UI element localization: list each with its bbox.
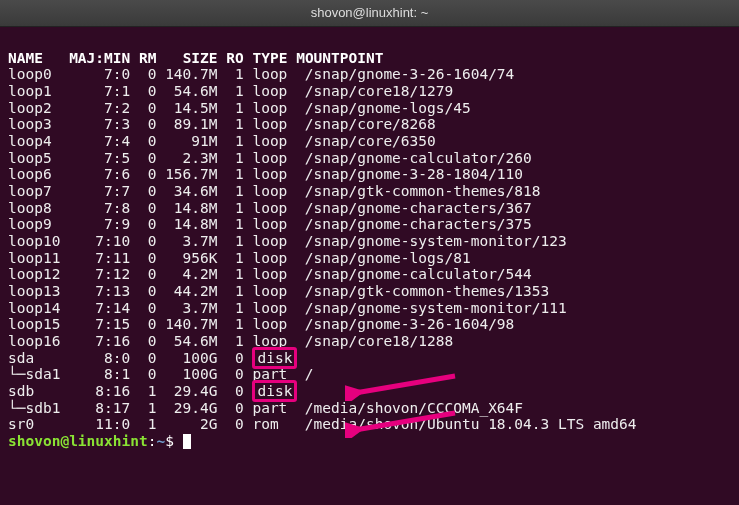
window-titlebar: shovon@linuxhint: ~	[0, 0, 739, 27]
table-row: loop11 7:11 0 956K 1 loop /snap/gnome-lo…	[8, 250, 471, 266]
table-row: loop4 7:4 0 91M 1 loop /snap/core/6350	[8, 133, 436, 149]
table-row: loop6 7:6 0 156.7M 1 loop /snap/gnome-3-…	[8, 166, 523, 182]
prompt-path: ~	[156, 433, 165, 449]
table-row: loop1 7:1 0 54.6M 1 loop /snap/core18/12…	[8, 83, 453, 99]
table-row: loop12 7:12 0 4.2M 1 loop /snap/gnome-ca…	[8, 266, 532, 282]
table-row: loop0 7:0 0 140.7M 1 loop /snap/gnome-3-…	[8, 66, 514, 82]
window-title: shovon@linuxhint: ~	[311, 6, 429, 21]
table-row: loop2 7:2 0 14.5M 1 loop /snap/gnome-log…	[8, 100, 471, 116]
cursor-icon	[183, 434, 191, 449]
table-row: loop9 7:9 0 14.8M 1 loop /snap/gnome-cha…	[8, 216, 532, 232]
terminal-output[interactable]: NAME MAJ:MIN RM SIZE RO TYPE MOUNTPOINT …	[0, 27, 739, 456]
prompt-user: shovon	[8, 433, 60, 449]
table-row: sr0 11:0 1 2G 0 rom /media/shovon/Ubuntu…	[8, 416, 637, 432]
table-row: loop7 7:7 0 34.6M 1 loop /snap/gtk-commo…	[8, 183, 541, 199]
table-row: └─sdb1 8:17 1 29.4G 0 part /media/shovon…	[8, 400, 523, 416]
table-row: loop5 7:5 0 2.3M 1 loop /snap/gnome-calc…	[8, 150, 532, 166]
column-headers: NAME MAJ:MIN RM SIZE RO TYPE MOUNTPOINT	[8, 50, 383, 66]
table-row: loop8 7:8 0 14.8M 1 loop /snap/gnome-cha…	[8, 200, 532, 216]
table-row: loop3 7:3 0 89.1M 1 loop /snap/core/8268	[8, 116, 436, 132]
table-row: loop10 7:10 0 3.7M 1 loop /snap/gnome-sy…	[8, 233, 567, 249]
prompt-host: linuxhint	[69, 433, 148, 449]
table-row: loop15 7:15 0 140.7M 1 loop /snap/gnome-…	[8, 316, 514, 332]
table-row: loop16 7:16 0 54.6M 1 loop /snap/core18/…	[8, 333, 453, 349]
table-row: loop14 7:14 0 3.7M 1 loop /snap/gnome-sy…	[8, 300, 567, 316]
table-row: loop13 7:13 0 44.2M 1 loop /snap/gtk-com…	[8, 283, 549, 299]
